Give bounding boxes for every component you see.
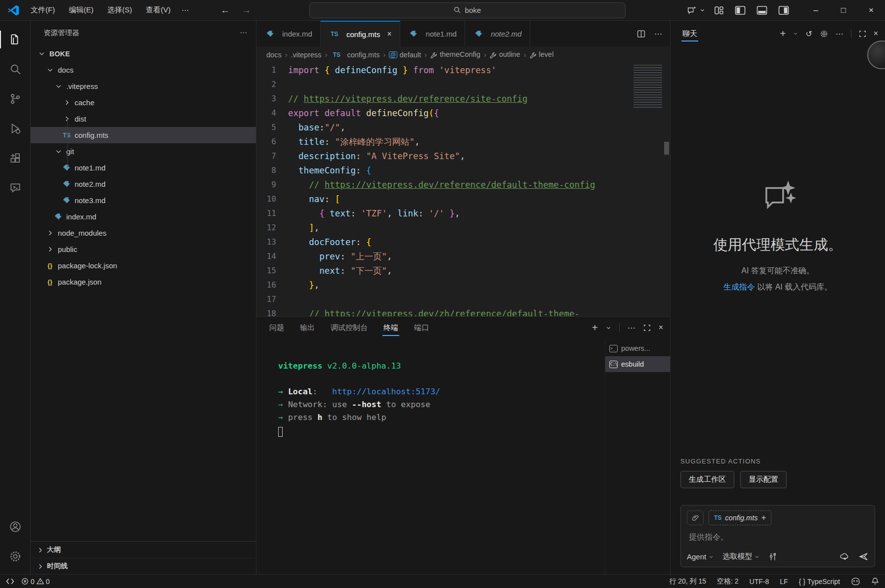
toggle-sidebar-icon[interactable] [735,5,746,15]
tools-icon[interactable] [768,552,778,561]
send-icon[interactable] [858,551,869,562]
explorer-icon[interactable] [0,25,31,54]
tree-item[interactable]: .vitepress [31,78,256,94]
copilot-status-icon[interactable] [851,577,860,586]
language-mode[interactable]: { } TypeScript [799,578,840,586]
editor-tab[interactable]: note2.md [465,21,530,46]
copilot-menu-button[interactable] [686,5,705,16]
mode-picker[interactable]: Agent [687,552,714,561]
chat-maximize-icon[interactable] [859,30,866,38]
sidebar-section[interactable]: 大纲 [31,542,256,558]
extensions-icon[interactable] [0,143,31,173]
run-debug-icon[interactable] [0,114,31,143]
chat-input-placeholder[interactable]: 提供指令。 [689,532,868,543]
menu-more-icon[interactable]: ⋯ [176,3,194,17]
tree-item[interactable]: {}package.json [31,274,256,290]
breadcrumb[interactable]: docs›.vitepress›TSconfig.mts›@default›th… [256,46,670,63]
account-icon[interactable] [0,512,31,542]
split-editor-icon[interactable] [637,30,645,38]
breadcrumb-item[interactable]: themeConfig [430,50,480,58]
terminal-instance[interactable]: C:\esbuild [605,356,670,372]
suggested-action-button[interactable]: 生成工作区 [680,471,734,488]
editor-tab[interactable]: note1.md [400,21,465,46]
menu-item[interactable]: 文件(F) [25,3,61,17]
remote-indicator-icon[interactable] [6,577,14,586]
tree-item[interactable]: TSconfig.mts [31,127,256,143]
tree-item[interactable]: node_modules [31,225,256,241]
menu-item[interactable]: 查看(V) [140,3,176,17]
tree-item[interactable]: index.md [31,209,256,225]
chat-input-box[interactable]: TS config.mts + 提供指令。 Agent 选取模型 [680,505,875,567]
chat-close-icon[interactable]: × [874,29,878,38]
notifications-bell-icon[interactable] [871,577,879,586]
model-picker[interactable]: 选取模型 [722,552,759,561]
terminal-profile-chevron-icon[interactable] [606,325,611,331]
chat-history-icon[interactable]: ↺ [805,29,812,39]
breadcrumb-item[interactable]: level [530,50,554,58]
tree-item[interactable]: note3.md [31,192,256,209]
breadcrumb-item[interactable]: outline [490,50,520,58]
editor-more-icon[interactable]: ⋯ [654,29,662,39]
close-tab-icon[interactable]: × [387,30,391,39]
editor-scrollbar[interactable] [664,142,669,155]
cursor-position[interactable]: 行 20, 列 15 [669,577,706,586]
customize-layout-icon[interactable] [714,5,724,15]
chat-tab[interactable]: 聊天 [681,23,698,44]
tree-item[interactable]: dist [31,111,256,127]
chat-settings-gear-icon[interactable] [820,30,828,38]
minimap[interactable] [633,65,662,108]
minimize-button[interactable]: – [802,0,830,20]
tree-item[interactable]: public [31,241,256,257]
menu-item[interactable]: 编辑(E) [63,3,99,17]
command-center-search[interactable]: boke [309,2,626,18]
sidebar-section[interactable]: 时间线 [31,558,256,574]
toggle-panel-icon[interactable] [757,5,767,15]
editor-tab[interactable]: index.md [256,21,321,46]
tree-item[interactable]: docs [31,62,256,78]
breadcrumb-item[interactable]: docs [266,51,282,59]
tree-item[interactable]: git [31,143,256,160]
new-chat-icon[interactable]: + [780,28,786,40]
code-editor[interactable]: 1import { defineConfig } from 'vitepress… [256,63,670,316]
breadcrumb-item[interactable]: TSconfig.mts [331,51,379,59]
maximize-button[interactable]: □ [830,0,857,20]
tree-item[interactable]: BOKE [31,45,256,62]
panel-tab[interactable]: 输出 [299,319,316,337]
breadcrumb-item[interactable]: @default [389,51,421,59]
attach-context-button[interactable] [687,510,704,525]
terminal-instance[interactable]: >_powers... [605,340,670,356]
source-control-icon[interactable] [0,84,31,114]
chat-icon[interactable] [0,173,31,203]
menu-item[interactable]: 选择(S) [101,3,138,17]
chat-more-icon[interactable]: ⋯ [836,29,843,39]
settings-gear-icon[interactable] [0,542,31,571]
editor-tab[interactable]: TSconfig.mts× [321,21,400,46]
panel-tab[interactable]: 端口 [413,319,430,337]
close-button[interactable]: × [857,0,885,20]
tree-item[interactable]: {}package-lock.json [31,257,256,274]
context-chip[interactable]: TS config.mts + [709,510,771,525]
eol[interactable]: LF [780,578,788,586]
voice-input-icon[interactable] [839,551,849,562]
tree-item[interactable]: note1.md [31,160,256,176]
terminal-output[interactable]: vitepress v2.0.0-alpha.13→ Local: http:/… [256,338,605,574]
panel-tab[interactable]: 问题 [268,319,285,337]
panel-more-icon[interactable]: ⋯ [628,323,635,333]
toggle-secondary-sidebar-icon[interactable] [778,5,789,15]
panel-tab[interactable]: 终端 [382,319,399,337]
problems-status[interactable]: 0 0 [21,578,50,586]
suggested-action-button[interactable]: 显示配置 [740,471,787,488]
tree-item[interactable]: note2.md [31,176,256,192]
generate-instructions-link[interactable]: 生成指令 [723,283,755,291]
close-panel-icon[interactable]: × [659,323,663,332]
breadcrumb-item[interactable]: .vitepress [291,51,321,59]
chevron-down-icon[interactable] [793,31,798,36]
tree-item[interactable]: cache [31,94,256,111]
encoding[interactable]: UTF-8 [750,578,769,586]
forward-icon[interactable]: → [238,4,255,17]
explorer-actions-icon[interactable]: ⋯ [240,29,248,37]
search-icon[interactable] [0,54,31,84]
back-icon[interactable]: ← [216,4,234,17]
maximize-panel-icon[interactable] [643,324,651,332]
new-terminal-icon[interactable]: + [592,322,598,334]
